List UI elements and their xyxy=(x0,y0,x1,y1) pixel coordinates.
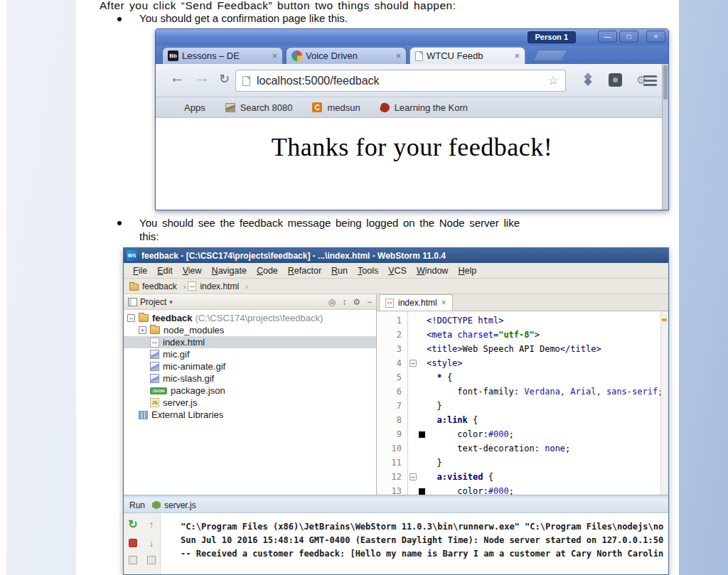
editor-error-stripe[interactable] xyxy=(660,311,668,496)
console-line: "C:\Program Files (x86)\JetBrains\WebSto… xyxy=(181,520,668,534)
minus-expander-icon[interactable]: − xyxy=(127,314,135,322)
tree-item-mic-animate-gif[interactable]: mic-animate.gif xyxy=(124,360,376,372)
token-plain: { xyxy=(483,472,493,482)
menu-code[interactable]: Code xyxy=(252,266,283,276)
new-tab-button[interactable] xyxy=(532,50,567,61)
maximize-button[interactable]: □ xyxy=(619,31,638,43)
code-editor[interactable]: 1<!DOCTYPE html>2<meta charset="utf-8">3… xyxy=(377,311,668,496)
reload-button[interactable]: ↻ xyxy=(219,71,230,87)
token-plain: ; xyxy=(509,429,514,439)
bookmark-label: Apps xyxy=(184,102,205,113)
close-tab-icon[interactable]: × xyxy=(441,298,446,308)
token-sel: a:visited xyxy=(437,472,483,482)
dropbox-extension-icon[interactable] xyxy=(582,74,594,86)
chrome-titlebar[interactable]: Person 1 —□× xyxy=(156,29,668,45)
stop-button[interactable] xyxy=(129,539,137,547)
menu-run[interactable]: Run xyxy=(326,266,353,276)
menu-file[interactable]: File xyxy=(128,266,152,276)
tree-item-index-html[interactable]: <>index.html xyxy=(124,336,376,348)
rerun-button[interactable]: ↻ xyxy=(128,519,137,530)
image-icon xyxy=(150,374,159,383)
bookmark-star-icon[interactable]: ☆ xyxy=(548,73,559,88)
browser-tab[interactable]: WTCU Feedb× xyxy=(410,47,525,64)
token-tag: </title> xyxy=(560,344,601,354)
code-line-11: 11 } xyxy=(377,456,668,470)
bookmark-item[interactable]: Learning the Korn xyxy=(380,102,468,113)
tab-close-icon[interactable]: × xyxy=(272,50,277,61)
run-console[interactable]: "C:\Program Files (x86)\JetBrains\WebSto… xyxy=(161,513,668,574)
extension-icon[interactable] xyxy=(609,73,622,87)
bookmark-item[interactable]: Search 8080 xyxy=(225,102,293,113)
scrollbar-thumb[interactable] xyxy=(663,65,668,100)
letter-icon: C xyxy=(312,102,322,112)
menu-window[interactable]: Window xyxy=(412,266,453,276)
nodejs-run-config-icon xyxy=(152,501,161,510)
apps-icon xyxy=(170,103,179,112)
breadcrumb-index-html[interactable]: <>index.html› xyxy=(188,281,247,291)
down-stack-button[interactable]: ↓ xyxy=(149,537,154,549)
menu-vcs[interactable]: VCS xyxy=(383,266,412,276)
menu-view[interactable]: View xyxy=(178,266,207,276)
chevron-down-icon[interactable]: ▾ xyxy=(169,299,173,306)
tree-item-mic-gif[interactable]: mic.gif xyxy=(124,348,376,360)
browser-tab[interactable]: Voice Driven× xyxy=(286,47,407,64)
tree-item-mic-slash-gif[interactable]: mic-slash.gif xyxy=(124,372,376,385)
tree-item-package-json[interactable]: JSONpackage.json xyxy=(124,385,376,397)
url-text[interactable]: localhost:5000/feedback xyxy=(257,75,380,87)
tabs-holder: BbLessons – DE×Voice Driven×WTCU Feedb× xyxy=(162,47,528,64)
fold-marker-icon[interactable]: − xyxy=(410,473,417,480)
profile-badge[interactable]: Person 1 xyxy=(528,31,576,43)
minimize-button[interactable]: — xyxy=(598,31,617,43)
warning-marker[interactable] xyxy=(662,318,667,321)
forward-button[interactable]: → xyxy=(195,69,210,86)
run-panel-header: Run server.js xyxy=(124,498,668,513)
address-bar[interactable]: localhost:5000/feedback ☆ xyxy=(235,70,566,92)
tree-item-external-libraries[interactable]: External Libraries xyxy=(124,409,376,421)
editor-tab[interactable]: <> index.html × xyxy=(379,294,453,311)
token-tag: <title> xyxy=(427,344,463,354)
settings-gear-icon[interactable]: ⚙ xyxy=(353,297,360,307)
menu-help[interactable]: Help xyxy=(453,266,481,276)
hide-panel-icon[interactable]: − xyxy=(367,297,372,307)
bookmark-item[interactable]: Apps xyxy=(170,102,205,113)
menu-edit[interactable]: Edit xyxy=(152,266,178,276)
tab-close-icon[interactable]: × xyxy=(514,50,520,61)
menu-navigate[interactable]: Navigate xyxy=(207,266,252,276)
run-configuration[interactable]: server.js xyxy=(152,500,196,510)
code-text: a:link { xyxy=(427,415,478,425)
breadcrumb-feedback[interactable]: feedback› xyxy=(129,281,186,291)
plus-expander-icon[interactable]: + xyxy=(139,326,146,334)
doc-bullet-2-text: You should see the feedback message bein… xyxy=(139,216,520,243)
token-tag: <style> xyxy=(427,358,463,368)
up-stack-button[interactable]: ↑ xyxy=(149,519,154,530)
browser-tab[interactable]: BbLessons – DE× xyxy=(162,47,283,64)
chrome-menu-icon[interactable] xyxy=(643,75,657,88)
console-tool-icon[interactable] xyxy=(129,556,137,564)
chrome-browser-window: Person 1 —□× BbLessons – DE×Voice Driven… xyxy=(155,28,669,210)
tree-item-feedback[interactable]: −feedback (C:\CSC174\projects\feedback) xyxy=(124,312,376,324)
marker-spacer xyxy=(418,342,427,356)
console-line: -- Received a customer feedback: [Hello … xyxy=(181,547,668,561)
menu-refactor[interactable]: Refactor xyxy=(283,266,326,276)
html-file-icon: <> xyxy=(385,299,394,308)
console-tool-icon[interactable] xyxy=(147,556,156,564)
target-icon[interactable]: ◎ xyxy=(328,297,336,307)
tab-close-icon[interactable]: × xyxy=(395,50,401,61)
line-number: 12 xyxy=(377,472,408,482)
close-button[interactable]: × xyxy=(646,31,665,43)
back-button[interactable]: ← xyxy=(170,69,185,86)
token-str: "utf-8" xyxy=(498,330,535,340)
tree-item-server-js[interactable]: JSserver.js xyxy=(124,397,376,409)
fold-marker-icon[interactable]: − xyxy=(410,360,417,367)
scroll-to-source-icon[interactable]: ↕ xyxy=(342,297,346,307)
token-plain: } xyxy=(427,401,442,411)
browser-scrollbar[interactable] xyxy=(662,64,668,210)
tree-item-node-modules[interactable]: +node_modules xyxy=(124,324,376,336)
code-line-8: 8 a:link { xyxy=(377,413,668,427)
tab-strip: BbLessons – DE×Voice Driven×WTCU Feedb× xyxy=(156,45,668,64)
code-text: color:#000; xyxy=(427,429,514,439)
webstorm-titlebar[interactable]: WS feedback - [C:\CSC174\projects\feedba… xyxy=(124,248,668,263)
bookmark-item[interactable]: Cmedsun xyxy=(312,102,360,113)
menu-tools[interactable]: Tools xyxy=(353,266,383,276)
token-plain: } xyxy=(427,458,442,468)
